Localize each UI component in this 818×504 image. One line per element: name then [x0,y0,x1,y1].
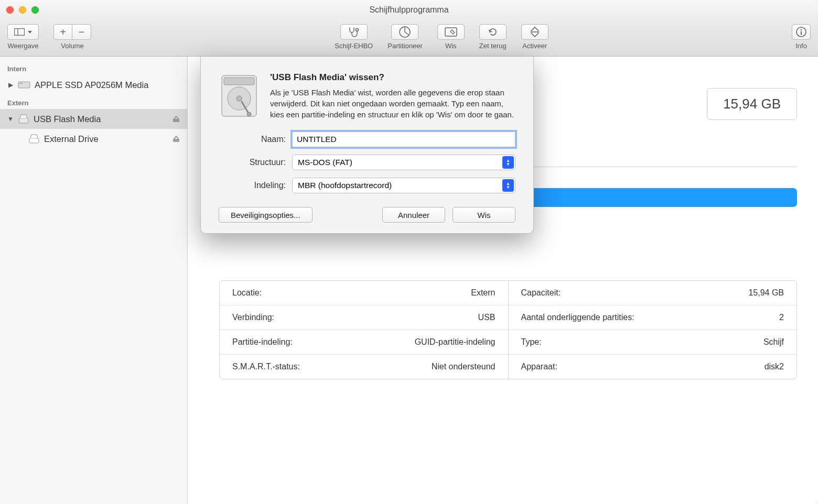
titlebar: Schijfhulpprogramma [0,0,818,20]
svg-point-9 [801,29,802,30]
format-value: MS-DOS (FAT) [298,158,352,167]
select-stepper-icon: ▲▼ [502,179,514,192]
info-row-type: Type:Schijf [509,330,797,355]
erase-label: Wis [445,42,457,50]
erase-confirm-button[interactable]: Wis [453,207,515,223]
info-row-device: Apparaat:disk2 [509,355,797,379]
mount-icon [530,26,540,38]
partition-icon [399,26,411,38]
svg-rect-12 [19,83,23,84]
sidebar-section-external: Extern [0,95,187,109]
svg-rect-11 [18,82,30,88]
volume-label: Volume [61,42,83,50]
info-row-connection: Verbinding:USB [220,305,508,330]
close-window-button[interactable] [6,6,14,14]
minus-icon: − [79,26,85,38]
sidebar-item-internal-disk[interactable]: ▶ APPLE SSD AP0256M Media [0,75,187,95]
capacity-badge: 15,94 GB [707,88,797,120]
sidebar-icon [14,28,25,36]
first-aid-button[interactable] [340,24,368,40]
svg-rect-14 [174,120,179,122]
disclosure-down-icon[interactable]: ▼ [7,115,14,123]
erase-sheet: 'USB Flash Media' wissen? Als je 'USB Fl… [200,57,534,234]
external-volume-icon [28,133,40,145]
info-icon [796,27,806,37]
scheme-select[interactable]: MBR (hoofdopstartrecord) ▲▼ [292,178,515,193]
info-button[interactable] [792,24,811,40]
sidebar-section-internal: Intern [0,61,187,75]
info-row-capacity: Capaciteit:15,94 GB [509,281,797,305]
svg-rect-18 [224,78,254,85]
svg-rect-10 [801,31,802,35]
name-input[interactable] [292,132,515,147]
restore-label: Zet terug [479,42,507,50]
info-col-right: Capaciteit:15,94 GB Aantal onderliggende… [509,281,797,379]
format-label: Structuur: [219,158,292,167]
format-select[interactable]: MS-DOS (FAT) ▲▼ [292,155,515,170]
info-row-location: Locatie:Extern [220,281,508,305]
svg-line-5 [405,32,409,35]
restore-button[interactable] [479,24,507,40]
erase-button[interactable] [437,24,465,40]
external-volume-label: External Drive [44,134,99,144]
zoom-window-button[interactable] [31,6,39,14]
eject-icon[interactable] [173,115,180,123]
view-label: Weergave [7,42,38,50]
info-row-partition-map: Partitie-indeling:GUID-partitie-indeling [220,330,508,355]
info-row-child-count: Aantal onderliggende partities:2 [509,305,797,330]
sidebar-item-external-volume[interactable]: External Drive [0,129,187,149]
svg-point-21 [247,112,251,116]
svg-point-20 [236,96,242,101]
toolbar: Weergave + − Volume Schijf-EHBO Partitio… [0,20,818,57]
sidebar: Intern ▶ APPLE SSD AP0256M Media Extern … [0,57,188,504]
info-table: Locatie:Extern Verbinding:USB Partitie-i… [219,280,797,379]
svg-rect-0 [15,29,25,36]
select-stepper-icon: ▲▼ [502,156,514,169]
mount-label: Activeer [522,42,547,50]
window-title: Schijfhulpprogramma [0,5,818,15]
scheme-label: Indeling: [219,181,292,190]
external-disk-label: USB Flash Media [34,114,101,124]
scheme-value: MBR (hoofdopstartrecord) [298,181,392,190]
sheet-description: Als je 'USB Flash Media' wist, worden al… [270,87,515,120]
first-aid-label: Schijf-EHBO [335,42,373,50]
remove-volume-button[interactable]: − [72,24,91,40]
mount-button[interactable] [521,24,548,40]
cancel-button[interactable]: Annuleer [382,207,445,223]
plus-icon: + [60,26,66,38]
svg-rect-13 [19,118,28,123]
security-options-button[interactable]: Beveiligingsopties... [219,207,313,223]
view-button[interactable] [7,24,39,40]
internal-disk-icon [18,80,30,90]
partition-label: Partitioneer [388,42,422,50]
add-volume-button[interactable]: + [53,24,72,40]
svg-rect-15 [29,138,39,143]
info-label: Info [795,42,807,50]
sidebar-item-external-disk[interactable]: ▼ USB Flash Media [0,109,187,129]
chevron-down-icon [28,31,32,34]
internal-disk-label: APPLE SSD AP0256M Media [35,80,148,90]
minimize-window-button[interactable] [19,6,26,14]
window-controls [6,6,39,14]
disk-utility-window: Schijfhulpprogramma Weergave + − Volume … [0,0,818,504]
info-row-smart: S.M.A.R.T.-status:Niet ondersteund [220,355,508,379]
hard-disk-icon [219,72,260,120]
svg-point-2 [356,29,358,31]
erase-icon [445,27,457,37]
disclosure-right-icon[interactable]: ▶ [7,81,14,89]
sheet-title: 'USB Flash Media' wissen? [270,72,515,83]
eject-icon[interactable] [173,135,180,143]
restore-icon [487,26,499,38]
stethoscope-icon [348,27,360,37]
external-disk-icon [18,113,29,125]
name-label: Naam: [219,135,292,144]
partition-button[interactable] [391,24,418,40]
info-col-left: Locatie:Extern Verbinding:USB Partitie-i… [220,281,509,379]
svg-rect-16 [174,140,179,141]
